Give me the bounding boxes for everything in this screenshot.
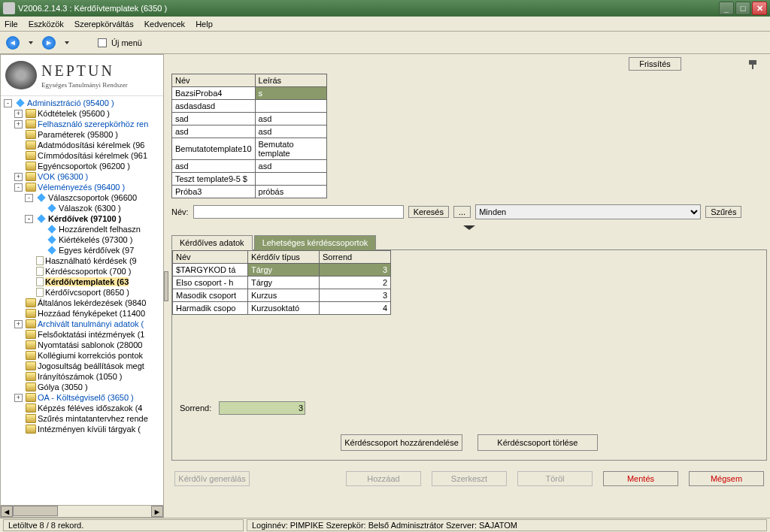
search-input[interactable] <box>193 205 404 219</box>
nav-tree[interactable]: -Adminisztráció (95400 )+Kódtételek (956… <box>1 96 163 505</box>
table-row[interactable]: asdasd <box>172 125 327 138</box>
edit-button[interactable]: Szerkeszt <box>432 471 507 486</box>
tree-item[interactable]: +Felhasználó szerepkörhöz ren <box>2 119 162 129</box>
groups-grid[interactable]: Név Kérdőív típus Sorrend $TARGYKOD táTá… <box>172 250 391 315</box>
table-row[interactable]: BazsiProba4s <box>172 87 327 100</box>
generate-button[interactable]: Kérdőív generálás <box>174 471 250 486</box>
tree-label: Adminisztráció (95400 ) <box>27 98 114 107</box>
table-row[interactable]: Elso csoport - hTárgy2 <box>173 277 391 289</box>
col2-tipus[interactable]: Kérdőív típus <box>248 251 320 264</box>
tree-label: Archivált tanulmányi adatok ( <box>38 319 144 328</box>
tree-label: Irányítószámok (1050 ) <box>38 372 123 381</box>
tree-item[interactable]: Hozzárendelt felhaszn <box>2 224 162 234</box>
forward-button[interactable]: ► <box>42 36 56 50</box>
tree-item[interactable]: Adatmódosítási kérelmek (96 <box>2 140 162 150</box>
back-button[interactable]: ◄ <box>6 36 20 50</box>
tree-item[interactable]: Általános lekérdezések (9840 <box>2 298 162 308</box>
tree-item[interactable]: -Adminisztráció (95400 ) <box>2 98 162 108</box>
tree-item[interactable]: +Kódtételek (95600 ) <box>2 108 162 119</box>
back-dropdown[interactable] <box>29 41 33 44</box>
tree-label: Kérdőívcsoport (8650 ) <box>45 288 129 297</box>
minimize-button[interactable]: _ <box>719 2 734 15</box>
tree-item[interactable]: Egyéncsoportok (96200 ) <box>2 161 162 171</box>
tree-item[interactable]: Kérdőívcsoport (8650 ) <box>2 287 162 298</box>
tree-item[interactable]: Szűrés mintatantervhez rende <box>2 413 162 424</box>
col-leiras[interactable]: Leírás <box>255 74 326 87</box>
tree-item[interactable]: +Archivált tanulmányi adatok ( <box>2 319 162 329</box>
table-row[interactable]: Harmadik csopoKurzusoktató4 <box>173 302 391 315</box>
diamond-icon <box>37 214 45 222</box>
table-row[interactable]: asdasd <box>172 160 327 173</box>
tab-lehetseges[interactable]: Lehetséges kérdéscsoportok <box>254 235 377 250</box>
tree-item[interactable]: -Véleményezés (96400 ) <box>2 182 162 192</box>
tree-item[interactable]: -Kérdőívek (97100 ) <box>2 213 162 224</box>
maximize-button[interactable]: □ <box>735 2 750 15</box>
search-more-button[interactable]: ... <box>453 206 471 218</box>
table-row[interactable]: $TARGYKOD táTárgy3 <box>173 264 391 277</box>
tree-item[interactable]: Képzés féléves időszakok (4 <box>2 403 162 413</box>
col2-nev[interactable]: Név <box>173 251 248 264</box>
tree-item[interactable]: Válaszok (6300 ) <box>2 203 162 213</box>
menu-file[interactable]: File <box>5 20 18 29</box>
add-button[interactable]: Hozzáad <box>346 471 421 486</box>
menu-kedvencek[interactable]: Kedvencek <box>144 20 185 29</box>
tree-item[interactable]: Felsőoktatási intézmények (1 <box>2 329 162 340</box>
close-button[interactable]: ✕ <box>752 2 767 15</box>
tree-item[interactable]: Nyomtatási sablonok (28000 <box>2 340 162 350</box>
menu-szerepkor[interactable]: Szerepkörváltás <box>74 20 134 29</box>
folder-icon <box>26 130 36 139</box>
sorrend-input[interactable] <box>219 401 305 415</box>
scroll-left-icon[interactable]: ◄ <box>1 506 13 517</box>
tree-item[interactable]: Jogosultság beállítások megt <box>2 361 162 371</box>
cancel-button[interactable]: Mégsem <box>689 471 764 486</box>
templates-grid[interactable]: Név Leírás BazsiProba4sasdasdasdsadasdas… <box>171 74 327 198</box>
tab-kerdoives[interactable]: Kérdőíves adatok <box>171 235 253 250</box>
status-records: Letöltve 8 / 8 rekord. <box>3 519 244 531</box>
window-title: V2006.2.14.3 : Kérdőívtemplatek (6350 ) <box>18 4 167 13</box>
table-row[interactable]: Teszt template9-5 $ <box>172 173 327 186</box>
scroll-right-icon[interactable]: ► <box>151 506 163 517</box>
tree-item[interactable]: -Válaszcsoportok (96600 <box>2 192 162 203</box>
section-collapse-icon[interactable] <box>171 225 767 230</box>
filter-button[interactable]: Szűrés <box>705 206 741 218</box>
search-button[interactable]: Keresés <box>408 206 449 218</box>
logo-icon <box>5 61 37 89</box>
tree-item[interactable]: Egyes kérdőívek (97 <box>2 245 162 255</box>
tree-item[interactable]: Kérdéscsoportok (700 ) <box>2 266 162 277</box>
tree-item[interactable]: Címmódosítási kérelmek (961 <box>2 150 162 161</box>
page-icon <box>36 288 44 297</box>
h-scrollbar[interactable]: ◄ ► <box>1 505 163 517</box>
tree-label: Gólya (3050 ) <box>38 382 88 391</box>
delete-button[interactable]: Töröl <box>517 471 593 486</box>
pin-icon[interactable] <box>747 57 759 69</box>
assign-del-button[interactable]: Kérdéscsoport törlése <box>477 434 598 451</box>
tree-item[interactable]: Használható kérdések (9 <box>2 255 162 266</box>
table-row[interactable]: sadasd <box>172 113 327 125</box>
table-row[interactable]: Bemutatotemplate10Bemutato template <box>172 138 327 160</box>
tree-item[interactable]: Hozzáad fényképeket (11400 <box>2 308 162 319</box>
table-row[interactable]: Próba3próbás <box>172 186 327 198</box>
col-nev[interactable]: Név <box>172 74 256 87</box>
tree-item[interactable]: Irányítószámok (1050 ) <box>2 371 162 382</box>
menu-help[interactable]: Help <box>196 20 213 29</box>
scroll-thumb[interactable] <box>13 506 58 516</box>
tree-item[interactable]: Kiértékelés (97300 ) <box>2 234 162 245</box>
table-row[interactable]: Masodik csoportKurzus3 <box>173 289 391 302</box>
save-button[interactable]: Mentés <box>603 471 678 486</box>
tree-item[interactable]: +OA - Költségviselő (3650 ) <box>2 392 162 403</box>
col2-sorrend[interactable]: Sorrend <box>320 251 391 264</box>
tree-item[interactable]: Intézményen kívüli tárgyak ( <box>2 424 162 434</box>
table-row[interactable]: asdasdasd <box>172 100 327 113</box>
folder-icon <box>26 319 36 328</box>
tree-item[interactable]: Paraméterek (95800 ) <box>2 129 162 140</box>
tree-item[interactable]: Kollégiumi korrekciós pontok <box>2 350 162 361</box>
tree-item[interactable]: Gólya (3050 ) <box>2 382 162 392</box>
tree-item[interactable]: +VOK (96300 ) <box>2 171 162 182</box>
assign-add-button[interactable]: Kérdéscsoport hozzárendelése <box>341 434 462 451</box>
filter-select[interactable]: Minden <box>475 204 701 219</box>
refresh-button[interactable]: Frissítés <box>629 57 681 71</box>
menu-eszkozok[interactable]: Eszközök <box>29 20 64 29</box>
newmenu-checkbox[interactable] <box>98 38 107 47</box>
tree-item[interactable]: Kérdőívtemplatek (63 <box>2 277 162 287</box>
forward-dropdown[interactable] <box>65 41 69 44</box>
